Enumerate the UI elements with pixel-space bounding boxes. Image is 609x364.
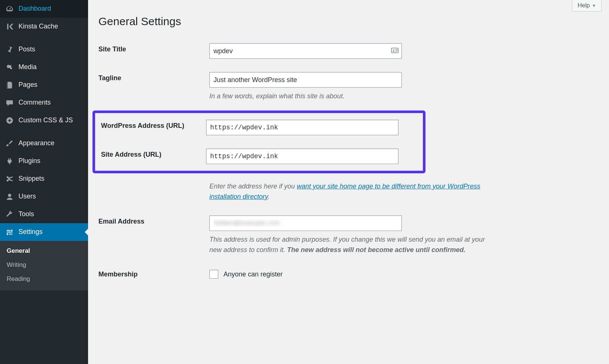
svg-point-4 xyxy=(7,180,9,181)
sidebar-item-label: Media xyxy=(18,63,37,71)
anyone-can-register-label: Anyone can register xyxy=(223,271,283,278)
page-icon xyxy=(4,80,15,90)
svg-point-3 xyxy=(7,176,9,178)
submenu-item-general[interactable]: General xyxy=(0,244,88,258)
sidebar-item-users[interactable]: Users xyxy=(0,188,88,205)
admin-sidebar: Dashboard Kinsta Cache Posts Media Pages… xyxy=(0,0,88,364)
sidebar-item-plugins[interactable]: Plugins xyxy=(0,152,88,170)
settings-icon xyxy=(4,227,15,237)
sidebar-item-label: Pages xyxy=(18,81,37,89)
tagline-label: Tagline xyxy=(98,65,209,108)
sidebar-item-appearance[interactable]: Appearance xyxy=(0,135,88,152)
sidebar-item-dashboard[interactable]: Dashboard xyxy=(0,0,88,18)
sidebar-item-label: Comments xyxy=(18,98,51,107)
sidebar-item-label: Kinsta Cache xyxy=(18,22,58,31)
tagline-description: In a few words, explain what this site i… xyxy=(209,91,498,102)
submenu-item-reading[interactable]: Reading xyxy=(0,272,88,286)
scissors-icon xyxy=(4,174,15,184)
sidebar-item-label: Snippets xyxy=(18,174,44,183)
sidebar-item-label: Custom CSS & JS xyxy=(18,116,73,125)
media-icon xyxy=(4,62,15,72)
sidebar-item-posts[interactable]: Posts xyxy=(0,41,88,58)
email-address-input[interactable] xyxy=(209,215,402,231)
email-address-description: This address is used for admin purposes.… xyxy=(209,235,498,255)
pin-icon xyxy=(4,44,15,55)
sidebar-item-label: Settings xyxy=(18,228,43,236)
svg-point-1 xyxy=(10,68,12,69)
sidebar-item-tools[interactable]: Tools xyxy=(0,205,88,223)
chevron-down-icon: ▼ xyxy=(592,3,596,8)
email-address-label: Email Address xyxy=(98,209,209,262)
sidebar-item-settings[interactable]: Settings xyxy=(0,223,88,241)
site-address-label: Site Address (URL) xyxy=(101,142,206,171)
sidebar-item-label: Posts xyxy=(18,45,35,54)
settings-submenu: General Writing Reading xyxy=(0,241,88,290)
sidebar-item-custom-css-js[interactable]: Custom CSS & JS xyxy=(0,112,88,129)
wrench-icon xyxy=(4,209,15,220)
submenu-item-writing[interactable]: Writing xyxy=(0,258,88,272)
svg-point-7 xyxy=(393,50,394,51)
site-address-input[interactable] xyxy=(206,149,398,164)
main-content: Help ▼ General Settings Site Title T xyxy=(88,0,609,364)
sidebar-item-pages[interactable]: Pages xyxy=(0,76,88,94)
menu-separator xyxy=(0,129,88,135)
plugin-icon xyxy=(4,156,15,166)
sidebar-item-kinsta-cache[interactable]: Kinsta Cache xyxy=(0,18,88,35)
dashboard-icon xyxy=(4,4,15,14)
contact-card-icon xyxy=(391,47,399,56)
url-fields-highlight: WordPress Address (URL) Site Address (UR… xyxy=(92,110,425,173)
sidebar-item-label: Plugins xyxy=(18,157,40,165)
submenu-item-label: Reading xyxy=(7,275,30,282)
membership-label: Membership xyxy=(98,262,209,287)
sidebar-item-label: Users xyxy=(18,192,36,201)
help-tab-label: Help xyxy=(578,2,590,9)
kinsta-icon xyxy=(4,21,15,32)
comment-icon xyxy=(4,98,15,108)
help-tab[interactable]: Help ▼ xyxy=(572,0,602,11)
sidebar-item-comments[interactable]: Comments xyxy=(0,94,88,112)
sidebar-item-media[interactable]: Media xyxy=(0,58,88,76)
site-title-input[interactable] xyxy=(209,43,402,59)
plus-circle-icon xyxy=(4,115,15,126)
site-address-description: Enter the address here if you want your … xyxy=(209,181,498,202)
submenu-item-label: General xyxy=(7,247,30,254)
sidebar-item-label: Dashboard xyxy=(18,4,51,13)
user-icon xyxy=(4,191,15,202)
svg-point-0 xyxy=(7,65,10,68)
sidebar-item-label: Appearance xyxy=(18,139,54,147)
wordpress-address-input[interactable] xyxy=(206,120,398,135)
brush-icon xyxy=(4,138,15,149)
sidebar-item-snippets[interactable]: Snippets xyxy=(0,170,88,188)
menu-separator xyxy=(0,35,88,41)
submenu-item-label: Writing xyxy=(7,261,26,268)
page-title: General Settings xyxy=(98,15,599,28)
sidebar-item-label: Tools xyxy=(18,210,34,218)
site-title-label: Site Title xyxy=(98,37,209,65)
wordpress-address-label: WordPress Address (URL) xyxy=(101,113,206,142)
anyone-can-register-checkbox[interactable] xyxy=(209,270,218,279)
svg-point-5 xyxy=(8,194,11,197)
tagline-input[interactable] xyxy=(209,72,402,88)
